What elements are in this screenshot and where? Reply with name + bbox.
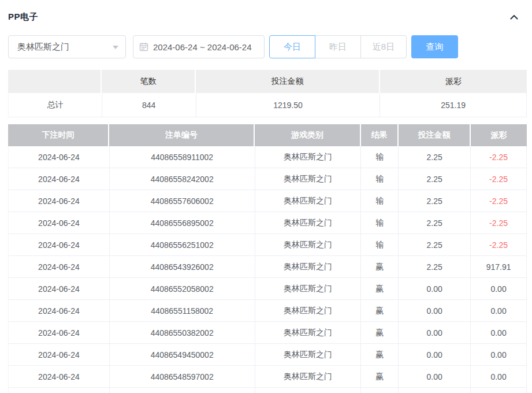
cell-bet-amount: 2.25 <box>399 212 471 233</box>
cell-empty <box>110 388 255 393</box>
cell-bet-id: 44086552058002 <box>110 278 255 299</box>
table-row: 2024-06-2444086549450002奥林匹斯之门赢0.000.00 <box>8 344 527 366</box>
cell-bet-id: 44086548597002 <box>110 366 255 387</box>
cell-result: 输 <box>361 234 399 255</box>
cell-game-type: 奥林匹斯之门 <box>255 300 362 321</box>
cell-result: 输 <box>361 212 399 233</box>
cell-game-type: 奥林匹斯之门 <box>255 168 362 190</box>
cell-bet-time: 2024-06-24 <box>9 190 110 212</box>
cell-bet-amount: 0.00 <box>399 322 471 343</box>
cell-result: 赢 <box>361 300 399 321</box>
cell-game-type: 奥林匹斯之门 <box>255 344 362 365</box>
cell-game-type: 奥林匹斯之门 <box>255 234 362 255</box>
cell-game-type: 奥林匹斯之门 <box>255 366 362 387</box>
summary-header-count: 笔数 <box>102 70 196 93</box>
cell-bet-time: 2024-06-24 <box>9 300 110 321</box>
table-header-row: 下注时间 注单编号 游戏类别 结果 投注金额 派彩 <box>8 124 527 146</box>
summary-total-label: 总计 <box>9 93 102 117</box>
cell-empty <box>471 388 527 393</box>
cell-bet-id: 44086543926002 <box>110 256 255 277</box>
cell-bet-amount: 0.00 <box>399 300 471 321</box>
game-select-value: 奥林匹斯之门 <box>17 42 69 53</box>
summary-header-bet-amount: 投注金额 <box>196 70 380 93</box>
chevron-up-icon <box>509 13 519 22</box>
cell-bet-time: 2024-06-24 <box>9 322 110 343</box>
cell-payout: 0.00 <box>471 366 527 387</box>
table-row: 2024-06-2444086550382002奥林匹斯之门赢0.000.00 <box>8 322 527 344</box>
summary-header-payout: 派彩 <box>380 70 527 93</box>
filter-bar: 奥林匹斯之门 2024-06-24 ~ 2024-06-24 今日 昨日 近8日… <box>8 35 532 58</box>
cell-bet-id: 44086558911002 <box>110 146 255 168</box>
cell-bet-time: 2024-06-24 <box>9 212 110 233</box>
quick-range-group: 今日 昨日 近8日 <box>269 35 407 58</box>
summary-table: 笔数 投注金额 派彩 总计 844 1219.50 251.19 <box>8 70 527 117</box>
summary-total-row: 总计 844 1219.50 251.19 <box>8 93 527 117</box>
cell-bet-time: 2024-06-24 <box>9 278 110 299</box>
cell-bet-time: 2024-06-24 <box>9 234 110 255</box>
cell-bet-id: 44086558242002 <box>110 168 255 190</box>
cell-empty <box>399 388 471 393</box>
cell-payout: -2.25 <box>471 168 527 190</box>
cell-payout: -2.25 <box>471 190 527 212</box>
col-header-result: 结果 <box>361 124 399 146</box>
quick-range-button[interactable]: 昨日 <box>315 35 361 58</box>
bet-records-table: 下注时间 注单编号 游戏类别 结果 投注金额 派彩 2024-06-244408… <box>8 124 527 393</box>
quick-range-button[interactable]: 近8日 <box>360 35 407 58</box>
cell-bet-time: 2024-06-24 <box>9 146 110 168</box>
cell-game-type: 奥林匹斯之门 <box>255 146 362 168</box>
cell-result: 输 <box>361 190 399 212</box>
page-title: PP电子 <box>8 12 38 23</box>
summary-header-row: 笔数 投注金额 派彩 <box>8 70 527 93</box>
cell-bet-amount: 2.25 <box>399 256 471 277</box>
cell-empty <box>361 388 399 393</box>
cell-game-type: 奥林匹斯之门 <box>255 190 362 212</box>
collapse-panel-button[interactable] <box>509 12 519 23</box>
cell-bet-time: 2024-06-24 <box>9 168 110 190</box>
cell-bet-time: 2024-06-24 <box>9 256 110 277</box>
summary-header-empty <box>8 70 102 93</box>
bet-table-body: 2024-06-2444086558911002奥林匹斯之门输2.25-2.25… <box>8 146 527 393</box>
game-select[interactable]: 奥林匹斯之门 <box>8 35 126 58</box>
date-range-input[interactable]: 2024-06-24 ~ 2024-06-24 <box>133 35 265 58</box>
cell-result: 赢 <box>361 366 399 387</box>
col-header-game-type: 游戏类别 <box>255 124 361 146</box>
table-row: 2024-06-2444086548597002奥林匹斯之门赢0.000.00 <box>8 366 527 388</box>
table-row: 2024-06-2444086558242002奥林匹斯之门输2.25-2.25 <box>8 168 527 190</box>
cell-payout: 0.00 <box>471 322 527 343</box>
cell-bet-id: 44086556895002 <box>110 212 255 233</box>
cell-bet-id: 44086557606002 <box>110 190 255 212</box>
cell-bet-id: 44086551158002 <box>110 300 255 321</box>
table-row: 2024-06-2444086557606002奥林匹斯之门输2.25-2.25 <box>8 190 527 212</box>
col-header-bet-time: 下注时间 <box>8 124 109 146</box>
table-row: 2024-06-2444086552058002奥林匹斯之门赢0.000.00 <box>8 278 527 300</box>
cell-bet-amount: 2.25 <box>399 190 471 212</box>
cell-bet-amount: 2.25 <box>399 168 471 190</box>
cell-empty <box>255 388 362 393</box>
query-button[interactable]: 查询 <box>411 35 458 58</box>
cell-result: 赢 <box>361 322 399 343</box>
cell-game-type: 奥林匹斯之门 <box>255 322 362 343</box>
cell-payout: 0.00 <box>471 278 527 299</box>
cell-result: 赢 <box>361 256 399 277</box>
panel-header: PP电子 <box>0 0 532 23</box>
table-row: 2024-06-2444086558911002奥林匹斯之门输2.25-2.25 <box>8 146 527 168</box>
date-range-value: 2024-06-24 ~ 2024-06-24 <box>153 42 252 52</box>
cell-bet-amount: 0.00 <box>399 366 471 387</box>
cell-result: 赢 <box>361 278 399 299</box>
col-header-bet-id: 注单编号 <box>109 124 255 146</box>
summary-total-bet-amount: 1219.50 <box>196 93 381 117</box>
cell-result: 输 <box>361 168 399 190</box>
cell-bet-id: 44086556251002 <box>110 234 255 255</box>
cell-game-type: 奥林匹斯之门 <box>255 212 362 233</box>
table-row-partial <box>8 388 527 393</box>
table-row: 2024-06-2444086556895002奥林匹斯之门输2.25-2.25 <box>8 212 527 234</box>
cell-bet-amount: 0.00 <box>399 278 471 299</box>
cell-empty <box>9 388 110 393</box>
quick-range-button[interactable]: 今日 <box>269 35 315 58</box>
cell-payout: 917.91 <box>471 256 527 277</box>
col-header-bet-amount: 投注金额 <box>399 124 471 146</box>
table-row: 2024-06-2444086556251002奥林匹斯之门输2.25-2.25 <box>8 234 527 256</box>
cell-payout: 0.00 <box>471 344 527 365</box>
cell-result: 赢 <box>361 344 399 365</box>
chevron-down-icon <box>113 46 118 49</box>
